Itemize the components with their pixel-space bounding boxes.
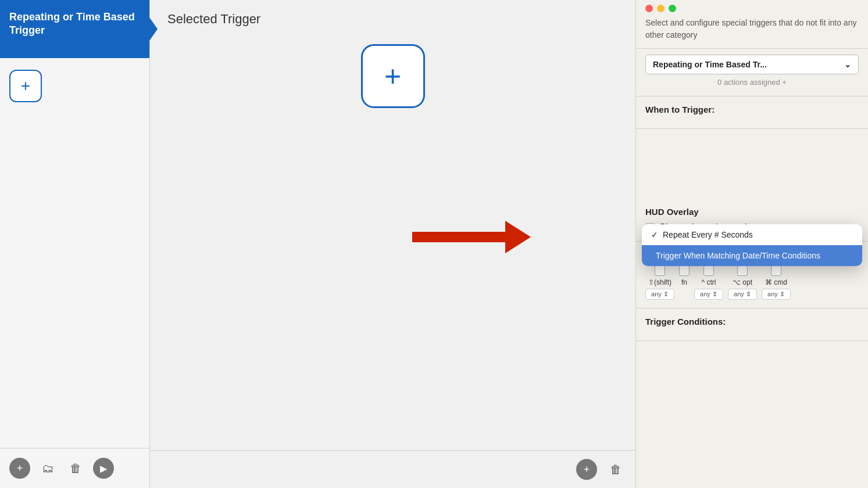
arrow-head (505, 221, 531, 253)
when-to-trigger-section: When to Trigger: ✓ Repeat Every # Second… (636, 96, 868, 129)
sidebar-title: Repeating or Time Based Trigger (9, 10, 140, 38)
dropdown-item-repeat-label: Repeat Every # Seconds (663, 230, 753, 239)
checkmark-icon: ✓ (651, 230, 658, 239)
shift-key-col: ⇧(shift) any ⇕ (645, 265, 674, 300)
trigger-conditions-title: Trigger Conditions: (645, 317, 859, 326)
trigger-dropdown[interactable]: Repeating or Time Based Tr... ⌄ (645, 55, 859, 74)
red-arrow (412, 221, 531, 253)
trigger-add-icon: + (384, 59, 401, 93)
trigger-dropdown-label: Repeating or Time Based Tr... (653, 60, 767, 69)
window-maximize-button[interactable] (669, 5, 676, 12)
window-controls (645, 5, 859, 12)
window-minimize-button[interactable] (657, 5, 665, 12)
opt-checkbox[interactable] (737, 265, 748, 276)
main-content: + (150, 33, 635, 450)
panel-description: Select and configure special triggers th… (645, 17, 859, 41)
main-trash-button[interactable]: 🗑 (605, 459, 626, 480)
shift-select[interactable]: any ⇕ (645, 289, 674, 300)
ctrl-key-col: ^ ctrl any ⇕ (694, 265, 723, 300)
shift-label: ⇧(shift) (648, 278, 671, 286)
dropdown-item-datetime-label: Trigger When Matching Date/Time Conditio… (656, 251, 820, 260)
sidebar-add-icon: + (21, 77, 30, 95)
fn-label: fn (681, 278, 687, 286)
opt-label: ⌥ opt (733, 278, 752, 286)
key-modifiers: ⇧(shift) any ⇕ fn ^ ctrl any ⇕ ⌥ opt any… (645, 265, 859, 300)
main-footer: + 🗑 (150, 450, 635, 488)
folder-button[interactable]: 🗂 (37, 458, 58, 479)
cmd-checkbox[interactable] (771, 265, 781, 276)
add-macro-button[interactable]: + (9, 458, 30, 479)
dropdown-chevron-icon: ⌄ (844, 60, 851, 69)
play-icon: ▶ (100, 463, 107, 474)
shift-checkbox[interactable] (655, 265, 665, 276)
cmd-select[interactable]: any ⇕ (762, 289, 791, 300)
dropdown-item-repeat[interactable]: ✓ Repeat Every # Seconds (642, 224, 862, 245)
cmd-key-col: ⌘ cmd any ⇕ (762, 265, 791, 300)
trash-icon: 🗑 (70, 462, 81, 475)
arrow-shaft (412, 232, 505, 242)
ctrl-checkbox[interactable] (703, 265, 714, 276)
sidebar-footer: + 🗂 🗑 ▶ (0, 448, 149, 488)
sidebar-content: + (0, 58, 149, 448)
right-panel: Select and configure special triggers th… (635, 0, 868, 488)
main-trash-icon: 🗑 (610, 463, 621, 476)
fn-checkbox[interactable] (679, 265, 690, 276)
trigger-type-dropdown-menu: ✓ Repeat Every # Seconds Trigger When Ma… (642, 224, 862, 266)
fn-key-col: fn (679, 265, 690, 286)
actions-assigned[interactable]: 0 actions assigned + (645, 74, 859, 90)
trash-button[interactable]: 🗑 (65, 458, 86, 479)
trigger-conditions-section: Trigger Conditions: (636, 308, 868, 341)
hud-overlay-title: HUD Overlay (645, 207, 859, 217)
sidebar: Repeating or Time Based Trigger + + 🗂 🗑 … (0, 0, 150, 488)
dropdown-item-datetime[interactable]: Trigger When Matching Date/Time Conditio… (642, 245, 862, 266)
main-add-icon: + (584, 464, 590, 476)
main-title: Selected Trigger (167, 12, 260, 26)
trigger-dropdown-row: Repeating or Time Based Tr... ⌄ 0 action… (636, 49, 868, 96)
add-macro-icon: + (17, 462, 23, 475)
ctrl-select[interactable]: any ⇕ (694, 289, 723, 300)
folder-icon: 🗂 (42, 462, 53, 475)
cmd-label: ⌘ cmd (765, 278, 787, 286)
sidebar-add-button[interactable]: + (9, 70, 42, 102)
ctrl-label: ^ ctrl (702, 278, 716, 286)
when-to-trigger-title: When to Trigger: (645, 105, 859, 114)
main-header: Selected Trigger (150, 0, 635, 33)
sidebar-header: Repeating or Time Based Trigger (0, 0, 149, 58)
opt-select[interactable]: any ⇕ (728, 289, 757, 300)
right-panel-top: Select and configure special triggers th… (636, 0, 868, 49)
trigger-add-button[interactable]: + (361, 44, 425, 108)
main-add-button[interactable]: + (576, 459, 597, 480)
opt-key-col: ⌥ opt any ⇕ (728, 265, 757, 300)
play-button[interactable]: ▶ (93, 458, 114, 479)
window-close-button[interactable] (645, 5, 653, 12)
main-area: Selected Trigger + + 🗑 (150, 0, 635, 488)
